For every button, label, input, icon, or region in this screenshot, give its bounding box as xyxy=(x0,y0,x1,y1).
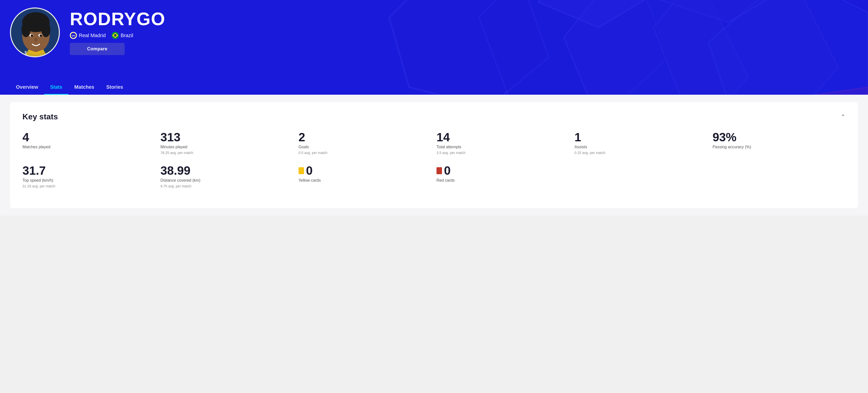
stat-avg-distance: 9.75 avg. per match xyxy=(160,184,293,188)
tab-matches[interactable]: Matches xyxy=(68,80,100,95)
stat-value-minutes: 313 xyxy=(160,131,293,143)
yellow-card-icon xyxy=(299,167,304,174)
stat-assists: 1 Assists 0.25 avg. per match xyxy=(575,131,707,155)
svg-point-13 xyxy=(41,22,51,37)
stat-label-assists: Assists xyxy=(575,145,707,149)
stat-value-speed: 31.7 xyxy=(23,165,155,177)
stat-passing-accuracy: 93% Passing accuracy (%) xyxy=(713,131,845,155)
svg-text:BR: BR xyxy=(115,35,116,36)
svg-rect-19 xyxy=(25,51,27,57)
svg-text:RM: RM xyxy=(72,35,75,37)
svg-point-17 xyxy=(40,34,42,37)
stat-avg-minutes: 78.25 avg. per match xyxy=(160,151,293,155)
stat-label-minutes: Minutes played xyxy=(160,145,293,149)
key-stats-section: Key stats ⌃ 4 Matches played 313 Minutes… xyxy=(10,102,858,208)
stat-total-attempts: 14 Total attempts 3.5 avg. per match xyxy=(436,131,569,155)
player-name: RODRYGO xyxy=(70,10,165,28)
tab-overview[interactable]: Overview xyxy=(10,80,44,95)
stat-value-passing: 93% xyxy=(713,131,845,143)
collapse-button[interactable]: ⌃ xyxy=(841,113,845,120)
tab-stories[interactable]: Stories xyxy=(100,80,129,95)
stat-value-attempts: 14 xyxy=(436,131,569,143)
stat-yellow-cards: 0 Yellow cards xyxy=(299,165,432,188)
stat-avg-assists: 0.25 avg. per match xyxy=(575,151,707,155)
stat-red-cards: 0 Red cards xyxy=(436,165,569,188)
main-content: Key stats ⌃ 4 Matches played 313 Minutes… xyxy=(0,95,868,216)
stat-label-attempts: Total attempts xyxy=(436,145,569,149)
section-header: Key stats ⌃ xyxy=(23,112,845,121)
stat-value-yellow: 0 xyxy=(299,165,432,177)
stat-label-goals: Goals xyxy=(299,145,432,149)
stat-value-red: 0 xyxy=(436,165,569,177)
stat-distance: 38.99 Distance covered (km) 9.75 avg. pe… xyxy=(160,165,293,188)
red-card-icon xyxy=(436,167,442,174)
stat-label-yellow: Yellow cards xyxy=(299,178,432,183)
country-info: BR Brazil xyxy=(112,32,133,39)
stat-label-passing: Passing accuracy (%) xyxy=(713,145,845,149)
country-flag-icon: BR xyxy=(112,32,119,39)
stat-value-goals: 2 xyxy=(299,131,432,143)
svg-point-18 xyxy=(34,38,37,42)
player-header: RODRYGO RM Real Madrid xyxy=(0,0,868,95)
stat-label-matches: Matches played xyxy=(23,145,155,149)
stat-avg-goals: 0.5 avg. per match xyxy=(299,151,432,155)
player-info-section: RODRYGO RM Real Madrid xyxy=(70,7,165,55)
country-name: Brazil xyxy=(121,33,133,38)
player-meta: RM Real Madrid BR B xyxy=(70,32,165,39)
stat-label-speed: Top speed (km/h) xyxy=(23,178,155,183)
stat-value-matches: 4 xyxy=(23,131,155,143)
stats-row-1: 4 Matches played 313 Minutes played 78.2… xyxy=(23,131,845,155)
tab-stats[interactable]: Stats xyxy=(44,80,68,95)
svg-point-12 xyxy=(22,22,30,37)
stat-value-distance: 38.99 xyxy=(160,165,293,177)
stats-row-2: 31.7 Top speed (km/h) 31.33 avg. per mat… xyxy=(23,165,845,188)
compare-button[interactable]: Compare xyxy=(70,43,125,55)
stat-matches-played: 4 Matches played xyxy=(23,131,155,155)
stat-minutes-played: 313 Minutes played 78.25 avg. per match xyxy=(160,131,293,155)
stat-top-speed: 31.7 Top speed (km/h) 31.33 avg. per mat… xyxy=(23,165,155,188)
stat-goals: 2 Goals 0.5 avg. per match xyxy=(299,131,432,155)
section-title: Key stats xyxy=(23,112,58,121)
stat-avg-attempts: 3.5 avg. per match xyxy=(436,151,569,155)
stat-value-assists: 1 xyxy=(575,131,707,143)
header-content: RODRYGO RM Real Madrid xyxy=(10,7,858,72)
svg-marker-7 xyxy=(798,87,868,95)
stat-label-distance: Distance covered (km) xyxy=(160,178,293,183)
player-avatar xyxy=(10,7,60,57)
club-info: RM Real Madrid xyxy=(70,32,106,39)
svg-point-16 xyxy=(31,34,33,37)
stat-label-red: Red cards xyxy=(436,178,569,183)
stat-avg-speed: 31.33 avg. per match xyxy=(23,184,155,188)
club-badge-icon: RM xyxy=(70,32,77,39)
navigation-tabs: Overview Stats Matches Stories xyxy=(10,80,129,95)
club-name: Real Madrid xyxy=(79,33,106,38)
